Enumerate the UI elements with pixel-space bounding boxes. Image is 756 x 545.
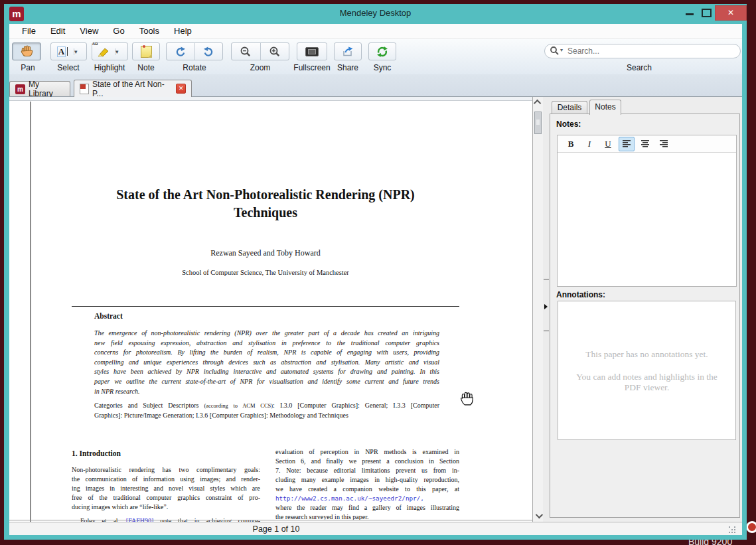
pdf-page[interactable]: State of the Art Non-Photorealistic Rend…	[9, 97, 532, 522]
details-notes-panel: Details Notes Notes: B I U	[550, 97, 742, 522]
pdf-viewer[interactable]: State of the Art Non-Photorealistic Rend…	[9, 97, 543, 522]
underline-button[interactable]: U	[600, 137, 616, 151]
pan-hand-cursor	[460, 390, 475, 406]
page-indicator: Page 1 of 10	[9, 524, 543, 534]
resize-grip[interactable]	[729, 526, 730, 528]
hand-icon	[21, 44, 33, 59]
text-line: Categories and Subject Descriptors (acco…	[94, 401, 439, 411]
title-bar[interactable]: m Mendeley Desktop ✕	[4, 4, 747, 24]
highlighter-icon: AB	[92, 43, 115, 60]
zoom-label: Zoom	[232, 63, 288, 72]
vertical-scrollbar[interactable]	[532, 97, 543, 522]
sync-label: Sync	[354, 63, 410, 72]
select-dropdown-arrow[interactable]: ▾	[74, 48, 86, 55]
chevron-up-icon	[534, 100, 541, 107]
highlight-dropdown-arrow[interactable]: ▾	[115, 48, 127, 55]
share-button[interactable]	[334, 42, 362, 60]
menu-help[interactable]: Help	[167, 24, 199, 39]
menu-tools[interactable]: Tools	[132, 24, 167, 39]
tab-document-label: State of the Art Non-P...	[92, 80, 173, 98]
status-bar: Page 1 of 10	[9, 522, 742, 535]
splitter-tick	[544, 279, 549, 279]
tab-close-icon[interactable]: ✕	[176, 84, 186, 94]
sticky-note-icon	[141, 46, 152, 58]
menu-file[interactable]: File	[15, 24, 43, 39]
text-line: new field espousing expression, abstract…	[94, 339, 439, 349]
url-link[interactable]: http://www2.cs.man.ac.uk/~sayeedr2/npr/,	[275, 495, 424, 502]
rotate-buttons	[166, 42, 223, 60]
search-input[interactable]	[544, 44, 741, 58]
fullscreen-button[interactable]	[297, 42, 327, 60]
text-line: in NPR research.	[94, 387, 439, 397]
align-right-icon	[660, 140, 668, 147]
desktop: { "window": { "title": "Mendeley Desktop…	[0, 0, 756, 545]
bold-button[interactable]: B	[563, 137, 579, 151]
pan-button[interactable]	[12, 42, 41, 60]
text-line: we have created a companion website to t…	[275, 485, 459, 494]
zoom-in-button[interactable]	[260, 43, 289, 60]
share-icon	[342, 46, 354, 57]
tab-document[interactable]: State of the Art Non-P... ✕	[74, 80, 192, 97]
align-left-icon	[623, 140, 631, 147]
menu-view[interactable]: View	[72, 24, 106, 39]
rotate-right-button[interactable]	[194, 43, 223, 60]
align-center-button[interactable]	[637, 137, 653, 151]
scroll-up-button[interactable]	[534, 97, 543, 108]
text-line: the communication of information using i…	[72, 475, 260, 484]
align-right-button[interactable]	[656, 137, 672, 151]
text-line: Non-photorealistic rendering has two com…	[72, 465, 260, 475]
paper-affiliation: School of Computer Science, The Universi…	[72, 269, 459, 276]
tab-my-library-label: My Library	[29, 80, 64, 98]
panel-splitter[interactable]	[543, 97, 550, 522]
text-line: Graphics]: Picture/Image Generation; I.3…	[94, 411, 439, 421]
annotations-hint-text: You can add notes and highlights in the …	[572, 372, 721, 393]
rotate-cw-icon	[202, 46, 215, 57]
text-line: styles have been achieved by NPR includi…	[94, 367, 439, 377]
desktop-icon	[746, 521, 756, 533]
notes-format-toolbar: B I U	[558, 135, 736, 153]
no-annotations-text: This paper has no annotations yet.	[558, 349, 735, 360]
text-line: The emergence of non-photorealistic rend…	[94, 329, 439, 339]
fullscreen-icon	[305, 47, 319, 56]
abstract-rule	[72, 306, 459, 307]
text-line: paper we outline the current state-of-th…	[94, 377, 439, 387]
notes-editor[interactable]: B I U	[557, 135, 737, 287]
text-line: concerns for photorealism. By lifting th…	[94, 348, 439, 358]
align-center-icon	[641, 140, 650, 147]
tab-notes[interactable]: Notes	[589, 100, 621, 115]
tab-details[interactable]: Details	[552, 101, 587, 114]
splitter-collapse-arrow[interactable]	[544, 304, 548, 309]
scrollbar-thumb[interactable]	[534, 112, 542, 134]
close-button[interactable]: ✕	[715, 5, 747, 21]
scroll-down-button[interactable]	[534, 510, 543, 521]
highlight-button[interactable]: AB ▾	[92, 42, 128, 60]
minimize-button[interactable]	[686, 13, 694, 15]
zoom-out-icon	[240, 46, 252, 58]
tab-my-library[interactable]: m My Library	[9, 81, 70, 96]
window-content: File Edit View Go Tools Help A ▾	[9, 24, 742, 535]
maximize-button[interactable]	[702, 9, 712, 17]
text-line: 7. Note: because editorial limitations p…	[275, 466, 459, 475]
zoom-out-button[interactable]	[232, 43, 260, 60]
menu-edit[interactable]: Edit	[43, 24, 72, 39]
select-button[interactable]: A ▾	[50, 42, 87, 60]
paper-authors: Rezwan Sayeed and Toby Howard	[72, 248, 459, 258]
select-text-icon: A	[51, 43, 74, 60]
search-dropdown-arrow[interactable]: ▾	[560, 47, 563, 53]
rotate-left-button[interactable]	[167, 43, 194, 60]
align-left-button[interactable]	[619, 137, 635, 151]
italic-button[interactable]: I	[581, 137, 597, 151]
sync-button[interactable]	[368, 42, 396, 60]
note-button[interactable]	[132, 42, 160, 60]
pdf-file-icon	[80, 84, 89, 94]
menu-go[interactable]: Go	[106, 24, 131, 39]
text-line: Section 6, and finally we present a conc…	[275, 457, 459, 466]
menu-bar: File Edit View Go Tools Help	[9, 24, 742, 39]
right-column-paragraph: evaluation of perception in NPR methods …	[275, 447, 459, 522]
mendeley-window: m Mendeley Desktop ✕ File Edit View Go T…	[4, 4, 747, 540]
introduction-paragraph-1: Non-photorealistic rendering has two com…	[72, 465, 260, 512]
chevron-down-icon	[536, 511, 543, 518]
page-bottom-edge	[9, 520, 532, 520]
abstract-text: The emergence of non-photorealistic rend…	[94, 329, 439, 396]
mendeley-tab-icon: m	[15, 84, 25, 94]
